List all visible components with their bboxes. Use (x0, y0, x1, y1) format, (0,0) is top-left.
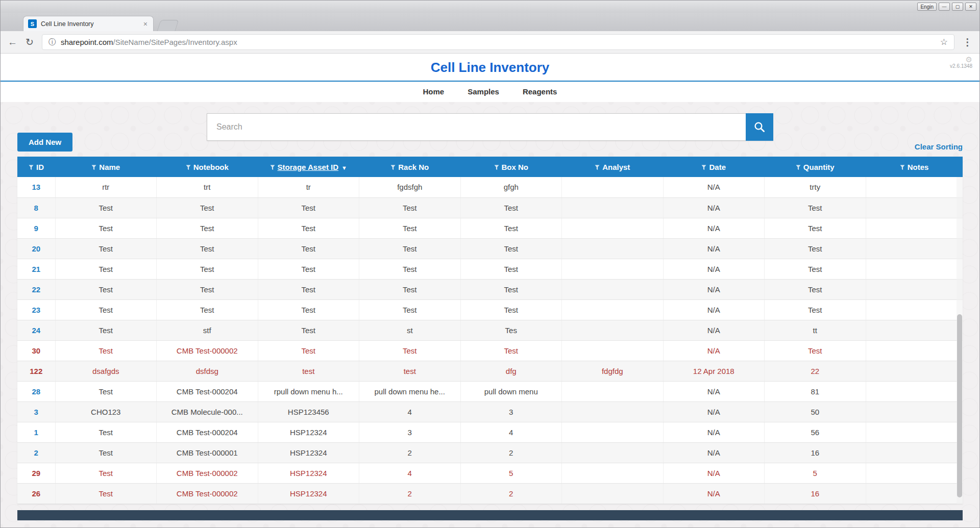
table-row[interactable]: 24TeststfTeststTesN/Att (17, 320, 963, 340)
table-row[interactable]: 29TestCMB Test-000002HSP1232445N/A5 (17, 463, 963, 483)
column-header-rack-no[interactable]: Rack No (359, 157, 461, 177)
column-header-id[interactable]: ID (17, 157, 55, 177)
cell-notes (866, 442, 963, 463)
bookmark-star-icon[interactable]: ☆ (940, 37, 948, 47)
cell-date: N/A (663, 238, 765, 259)
cell-rack_no: 3 (359, 422, 461, 442)
table-row[interactable]: 3CHO123CMB Molecule-000...HSP12345643N/A… (17, 401, 963, 422)
cell-quantity: Test (765, 259, 866, 279)
cell-box_no: 5 (460, 463, 562, 483)
url-text[interactable]: sharepoint.com/SiteName/SitePages/Invent… (61, 38, 935, 46)
add-new-button[interactable]: Add New (17, 133, 72, 152)
cell-date: N/A (663, 401, 765, 422)
cell-notebook: trt (157, 177, 258, 197)
table-row[interactable]: 2TestCMB Test-000001HSP1232422N/A16 (17, 442, 963, 463)
cell-storage_asset_id: Test (258, 340, 359, 361)
url-domain: sharepoint.com (61, 38, 113, 46)
table-row[interactable]: 22TestTestTestTestTestN/ATest (17, 279, 963, 299)
nav-samples[interactable]: Samples (468, 87, 499, 96)
close-button[interactable]: ✕ (965, 3, 976, 11)
column-header-box-no[interactable]: Box No (460, 157, 562, 177)
filter-funnel-icon[interactable] (390, 165, 396, 170)
cell-notebook: dsfdsg (157, 361, 258, 381)
cell-id: 2 (17, 442, 55, 463)
filter-funnel-icon[interactable] (91, 165, 96, 170)
table-row[interactable]: 21TestTestTestTestTestN/ATest (17, 259, 963, 279)
filter-funnel-icon[interactable] (494, 165, 499, 170)
cell-quantity: 50 (765, 401, 866, 422)
browser-menu-icon[interactable]: ⋮ (963, 37, 972, 47)
back-button[interactable]: ← (8, 37, 17, 47)
cell-rack_no: Test (359, 197, 461, 218)
cell-rack_no: Test (359, 299, 461, 320)
cell-rack_no: 4 (359, 401, 461, 422)
refresh-button[interactable]: ↻ (26, 37, 34, 47)
table-row[interactable]: 26TestCMB Test-000002HSP1232422N/A16 (17, 483, 963, 504)
new-tab-button[interactable] (157, 20, 179, 31)
table-row[interactable]: 8TestTestTestTestTestN/ATest (17, 197, 963, 218)
column-header-date[interactable]: Date (663, 157, 765, 177)
nav-home[interactable]: Home (423, 87, 445, 96)
column-header-name[interactable]: Name (55, 157, 157, 177)
cell-box_no: Tes (460, 320, 562, 340)
cell-date: 12 Apr 2018 (663, 361, 765, 381)
nav-reagents[interactable]: Reagents (523, 87, 557, 96)
table-scrollbar[interactable] (957, 177, 963, 504)
page-info-icon[interactable]: ⓘ (48, 38, 56, 47)
clear-sorting-link[interactable]: Clear Sorting (915, 142, 963, 152)
filter-funnel-icon[interactable] (29, 165, 34, 170)
table-row[interactable]: 122dsafgdsdsfdsgtesttestdfgfdgfdg12 Apr … (17, 361, 963, 381)
table-row[interactable]: 13rtrtrttrfgdsfghgfghN/Atrty (17, 177, 963, 197)
cell-analyst (562, 381, 664, 401)
cell-storage_asset_id: test (258, 361, 359, 381)
cell-rack_no: 2 (359, 442, 461, 463)
table-row[interactable]: 28TestCMB Test-000204rpull down menu h..… (17, 381, 963, 401)
tab-strip: S Cell Line Inventory × (1, 13, 979, 31)
cell-name: Test (55, 218, 157, 238)
column-header-notebook[interactable]: Notebook (157, 157, 258, 177)
cell-notes (866, 299, 963, 320)
settings-gear-icon[interactable]: ⚙ (950, 56, 972, 63)
filter-funnel-icon[interactable] (701, 165, 706, 170)
table-row[interactable]: 23TestTestTestTestTestN/ATest (17, 299, 963, 320)
filter-funnel-icon[interactable] (900, 165, 905, 170)
tab-close-icon[interactable]: × (142, 20, 149, 28)
column-header-notes[interactable]: Notes (866, 157, 963, 177)
table-row[interactable]: 30TestCMB Test-000002TestTestTestN/ATest (17, 340, 963, 361)
page-header: ⚙ v2.6.1348 Cell Line Inventory Home Sam… (1, 54, 979, 102)
cell-notebook: Test (157, 197, 258, 218)
cell-analyst (562, 422, 664, 442)
cell-storage_asset_id: Test (258, 299, 359, 320)
scrollbar-thumb[interactable] (957, 314, 962, 497)
filter-funnel-icon[interactable] (186, 165, 191, 170)
cell-quantity: Test (765, 279, 866, 299)
filter-funnel-icon[interactable] (270, 165, 275, 170)
table-row[interactable]: 9TestTestTestTestTestN/ATest (17, 218, 963, 238)
table-row[interactable]: 20TestTestTestTestTestN/ATest (17, 238, 963, 259)
url-bar[interactable]: ⓘ sharepoint.com/SiteName/SitePages/Inve… (42, 34, 954, 50)
column-header-storage-asset-id[interactable]: Storage Asset ID▼ (258, 157, 359, 177)
cell-id: 13 (17, 177, 55, 197)
cell-notebook: CMB Molecule-000... (157, 401, 258, 422)
filter-funnel-icon[interactable] (595, 165, 600, 170)
cell-analyst (562, 259, 664, 279)
column-header-analyst[interactable]: Analyst (562, 157, 664, 177)
minimize-button[interactable]: — (939, 3, 950, 11)
sort-desc-icon: ▼ (341, 165, 347, 171)
table-row[interactable]: 1TestCMB Test-000204HSP1232434N/A56 (17, 422, 963, 442)
filter-funnel-icon[interactable] (796, 165, 801, 170)
page: ⚙ v2.6.1348 Cell Line Inventory Home Sam… (1, 54, 979, 527)
cell-name: Test (55, 299, 157, 320)
cell-analyst (562, 177, 664, 197)
language-indicator-button[interactable]: Engin (917, 3, 937, 11)
column-header-quantity[interactable]: Quantity (765, 157, 866, 177)
cell-rack_no: Test (359, 340, 461, 361)
maximize-button[interactable]: ▢ (952, 3, 963, 11)
cell-notebook: CMB Test-000001 (157, 442, 258, 463)
browser-tab[interactable]: S Cell Line Inventory × (23, 16, 154, 31)
cell-notebook: Test (157, 299, 258, 320)
cell-storage_asset_id: Test (258, 197, 359, 218)
cell-analyst (562, 320, 664, 340)
cell-id: 30 (17, 340, 55, 361)
cell-notebook: Test (157, 218, 258, 238)
